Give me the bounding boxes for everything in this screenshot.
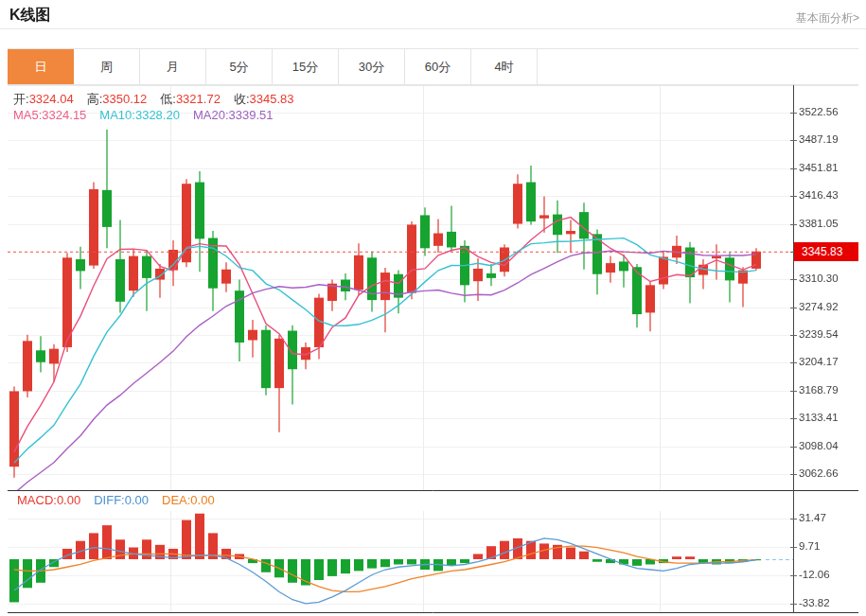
price-axis-label: 3168.79 [799, 384, 839, 396]
readout-item: MA10:3328.20 [99, 108, 180, 122]
price-axis-label: 3487.19 [799, 133, 839, 145]
tab-interval-1[interactable]: 周 [74, 49, 140, 84]
tab-interval-7[interactable]: 4时 [471, 49, 538, 84]
price-axis-label: 3274.92 [799, 301, 839, 312]
readout-item: MA20:3339.51 [193, 108, 274, 122]
readout-item: 收:3345.83 [234, 92, 294, 106]
readout-item: DEA:0.00 [162, 493, 215, 507]
macd-axis-label: 9.71 [799, 540, 820, 552]
readout-item: MA5:3324.15 [13, 108, 86, 122]
readout-item: MACD:0.00 [17, 493, 80, 507]
interval-tab-strip: 日周月5分15分30分60分4时 [8, 48, 858, 85]
ohlc-readout: 开:3324.04高:3350.12低:3321.72收:3345.83 [13, 91, 308, 108]
readout-item: DIFF:0.00 [94, 493, 149, 507]
price-axis-label: 3133.41 [799, 412, 839, 423]
tab-interval-2[interactable]: 月 [140, 49, 206, 84]
kline-page: K线图 基本面分析> 日周月5分15分30分60分4时 开:3324.04高:3… [0, 0, 866, 616]
price-axis-label: 3381.05 [799, 218, 839, 229]
title-divider [0, 28, 866, 29]
fundamental-analysis-link[interactable]: 基本面分析> [796, 10, 859, 26]
price-axis-label: 3239.54 [799, 328, 839, 340]
price-axis-label: 3451.81 [799, 162, 839, 173]
macd-axis-label: -12.06 [799, 569, 830, 580]
price-axis-label: 3062.66 [799, 467, 839, 479]
macd-axis-label: -33.82 [799, 597, 830, 608]
tab-interval-3[interactable]: 5分 [206, 49, 273, 84]
macd-axis-label: 31.47 [799, 512, 826, 523]
price-axis-label: 3098.04 [799, 440, 839, 451]
price-axis-label: 3522.56 [799, 106, 839, 117]
tab-interval-4[interactable]: 15分 [273, 49, 339, 84]
price-axis-label: 3204.17 [799, 356, 839, 367]
page-title: K线图 [9, 6, 51, 26]
price-axis-label: 3310.30 [799, 273, 839, 284]
tab-interval-5[interactable]: 30分 [339, 49, 405, 84]
macd-readout: MACD:0.00DIFF:0.00DEA:0.00 [17, 493, 228, 507]
readout-item: 高:3350.12 [87, 92, 148, 106]
ma-readout: MA5:3324.15MA10:3328.20MA20:3339.51 [13, 108, 287, 122]
readout-item: 开:3324.04 [13, 92, 74, 106]
last-price-badge: 3345.83 [794, 242, 858, 261]
readout-item: 低:3321.72 [160, 92, 221, 106]
tab-interval-0[interactable]: 日 [8, 49, 74, 84]
tab-interval-6[interactable]: 60分 [405, 49, 471, 84]
price-axis-label: 3416.43 [799, 189, 839, 201]
